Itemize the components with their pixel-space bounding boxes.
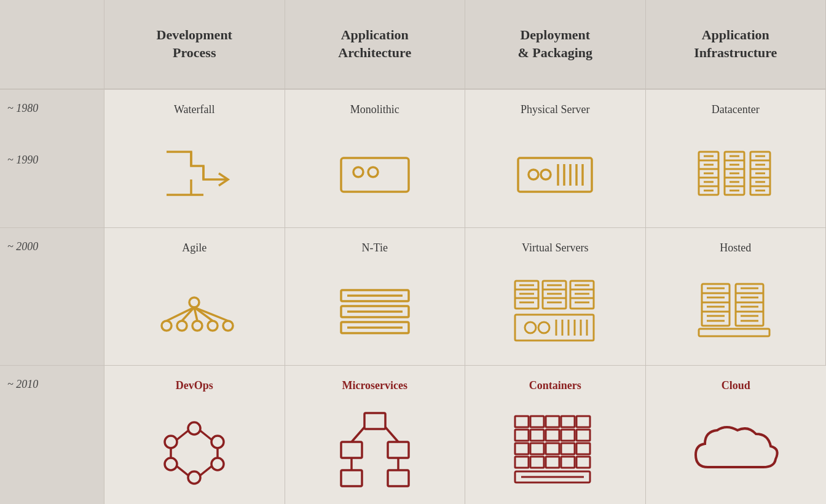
svg-point-9 [541,170,551,179]
svg-line-126 [385,427,398,442]
ntie-icon [335,284,415,339]
svg-rect-142 [561,443,575,454]
header-dev-process: DevelopmentProcess [104,0,285,90]
header-app-arch-title: ApplicationArchitecture [338,26,411,61]
waterfall-label: Waterfall [174,103,215,116]
svg-point-110 [211,458,224,470]
svg-point-113 [165,436,177,448]
header-app-infra-title: ApplicationInfrastructure [694,26,777,61]
year-label-2010: ~ 2010 [7,378,38,391]
svg-point-81 [525,322,536,333]
cloud-icon-area [690,402,782,498]
cell-monolithic: Monolithic [285,90,466,228]
cell-waterfall: Waterfall [104,90,285,228]
svg-rect-138 [576,430,590,441]
svg-rect-130 [530,416,544,427]
svg-point-82 [538,322,549,333]
svg-point-108 [188,422,200,435]
cell-cloud: Cloud [646,366,827,504]
devops-icon-area [154,402,234,498]
monolithic-icon [335,149,415,198]
ntie-label: N-Tie [362,242,388,254]
svg-point-45 [189,297,199,307]
svg-rect-123 [341,470,362,486]
header-deployment-title: Deployment& Packaging [517,26,592,61]
svg-rect-144 [515,457,529,468]
physical-server-label: Physical Server [521,103,589,116]
monolithic-icon-area [335,126,415,221]
row-label-1980: ~ 1980~ 1990 [0,90,104,228]
main-grid: DevelopmentProcess ApplicationArchitectu… [0,0,826,504]
containers-icon [512,413,598,487]
svg-point-8 [529,170,538,179]
svg-rect-135 [530,430,544,441]
svg-point-112 [165,458,177,470]
cell-containers: Containers [465,366,646,504]
svg-rect-140 [530,443,544,454]
svg-rect-139 [515,443,529,454]
virtual-servers-icon [512,278,598,345]
svg-line-125 [352,427,364,442]
devops-icon [154,410,234,490]
hosted-label: Hosted [720,242,751,254]
devops-label: DevOps [176,379,213,392]
datacenter-icon-area [696,126,776,221]
waterfall-icon-area [157,126,231,221]
svg-point-6 [368,167,378,177]
svg-rect-131 [546,416,559,427]
hosted-icon-area [696,264,776,360]
svg-rect-122 [388,442,409,458]
svg-rect-89 [702,284,730,326]
svg-rect-133 [576,416,590,427]
microservices-icon [335,410,415,490]
svg-point-109 [211,436,224,448]
svg-rect-120 [364,413,385,429]
svg-rect-146 [546,457,559,468]
svg-line-116 [200,466,212,476]
svg-line-119 [176,430,189,440]
year-label-1980: ~ 1980~ 1990 [7,102,38,167]
datacenter-icon [696,146,776,201]
svg-point-49 [208,321,218,331]
svg-rect-148 [576,457,590,468]
cell-agile: Agile [104,228,285,366]
svg-point-111 [188,471,200,484]
svg-line-51 [167,307,194,321]
svg-rect-4 [341,158,409,192]
svg-point-48 [192,321,202,331]
header-dev-process-title: DevelopmentProcess [157,26,232,61]
microservices-icon-area [335,402,415,498]
cell-microservices: Microservices [285,366,466,504]
svg-rect-121 [341,442,362,458]
svg-rect-107 [699,329,769,336]
year-label-2000: ~ 2000 [7,240,38,253]
svg-rect-145 [530,457,544,468]
svg-rect-132 [561,416,575,427]
virtual-servers-label: Virtual Servers [522,242,588,254]
svg-rect-124 [388,470,409,486]
svg-point-47 [177,321,187,331]
agile-icon-area [151,264,237,360]
header-app-arch: ApplicationArchitecture [285,0,466,90]
svg-point-46 [162,321,171,331]
agile-label: Agile [182,242,206,254]
cell-ntie: N-Tie [285,228,466,366]
cell-datacenter: Datacenter [646,90,827,228]
cell-devops: DevOps [104,366,285,504]
header-deployment: Deployment& Packaging [465,0,646,90]
svg-rect-137 [561,430,575,441]
containers-icon-area [512,402,598,498]
physical-server-icon-area [512,126,598,221]
waterfall-icon [157,143,231,204]
cloud-label: Cloud [722,379,750,392]
svg-rect-143 [576,443,590,454]
cell-physical-server: Physical Server [465,90,646,228]
svg-rect-141 [546,443,559,454]
svg-rect-98 [736,284,763,326]
svg-line-114 [200,430,212,440]
datacenter-label: Datacenter [712,103,760,116]
svg-point-5 [353,167,363,177]
svg-rect-136 [546,430,559,441]
containers-label: Containers [529,379,581,392]
svg-point-50 [223,321,233,331]
